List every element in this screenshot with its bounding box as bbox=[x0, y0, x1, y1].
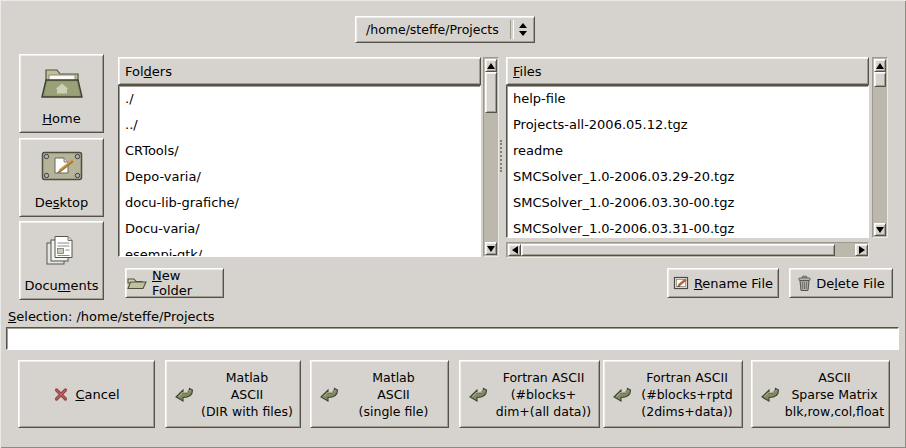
sidebar-item-documents[interactable]: Documents bbox=[19, 221, 104, 300]
file-row[interactable]: SMCSolver_1.0-2006.03.31-00.tgz bbox=[507, 216, 868, 238]
save-ascii-sparse-button[interactable]: ASCII Sparse Matrix blk,row,col,float bbox=[751, 360, 890, 428]
button-line: blk,row,col,float bbox=[785, 403, 884, 420]
files-header-label: Files bbox=[513, 64, 542, 79]
files-column-header[interactable]: Files bbox=[506, 57, 869, 85]
home-folder-icon bbox=[40, 55, 84, 111]
sidebar-item-desktop[interactable]: Desktop bbox=[19, 138, 104, 217]
cancel-button[interactable]: Cancel bbox=[18, 360, 155, 428]
file-row[interactable]: Projects-all-2006.05.12.tgz bbox=[507, 112, 868, 138]
rename-pencil-icon bbox=[673, 275, 690, 291]
file-row[interactable]: SMCSolver_1.0-2006.03.30-00.tgz bbox=[507, 190, 868, 216]
arrow-down-icon bbox=[876, 227, 884, 233]
save-fortran-alldata-button[interactable]: Fortran ASCII (#blocks+ dim+(all data)) bbox=[459, 360, 600, 428]
save-fortran-rptd-button[interactable]: Fortran ASCII (#blocks+rptd (2dims+data)… bbox=[603, 360, 743, 428]
save-arrow-icon bbox=[612, 384, 632, 404]
trash-icon bbox=[797, 275, 812, 292]
button-line: Fortran ASCII bbox=[503, 369, 585, 386]
button-line: ASCII bbox=[377, 386, 410, 403]
scroll-down-button[interactable] bbox=[874, 223, 886, 236]
scroll-left-button[interactable] bbox=[508, 244, 521, 256]
file-row[interactable]: readme bbox=[507, 138, 868, 164]
path-dropdown-value: /home/steffe/Projects bbox=[356, 22, 510, 37]
folder-row[interactable]: Docu-varia/ bbox=[119, 216, 480, 242]
arrow-up-icon bbox=[876, 63, 884, 69]
scroll-up-button[interactable] bbox=[874, 59, 886, 72]
cancel-x-icon bbox=[53, 386, 69, 402]
arrow-down-icon bbox=[487, 246, 495, 252]
sidebar-home-label: Home bbox=[42, 111, 80, 126]
files-list: help-file Projects-all-2006.05.12.tgz re… bbox=[506, 85, 869, 238]
sidebar-documents-label: Documents bbox=[24, 278, 98, 293]
save-matlab-dir-button[interactable]: Matlab ASCII (DIR with files) bbox=[165, 360, 301, 428]
file-row[interactable]: help-file bbox=[507, 86, 868, 112]
arrow-left-icon bbox=[512, 246, 518, 254]
button-line: Fortran ASCII bbox=[646, 369, 728, 386]
scroll-thumb[interactable] bbox=[485, 72, 497, 113]
button-line: (2dims+data)) bbox=[641, 403, 732, 420]
button-line: Matlab bbox=[226, 369, 268, 386]
folder-row[interactable]: esempi-gtk/ bbox=[119, 242, 480, 257]
save-arrow-icon bbox=[319, 384, 339, 404]
button-line: Sparse Matrix bbox=[791, 386, 877, 403]
save-matlab-single-button[interactable]: Matlab ASCII (single file) bbox=[310, 360, 449, 428]
file-row[interactable]: SMCSolver_1.0-2006.03.29-20.tgz bbox=[507, 164, 868, 190]
folders-vscrollbar[interactable] bbox=[483, 57, 499, 257]
new-folder-button[interactable]: New Folder bbox=[125, 268, 224, 298]
save-arrow-icon bbox=[174, 384, 194, 404]
button-line: (DIR with files) bbox=[201, 403, 293, 420]
folder-row[interactable]: Depo-varia/ bbox=[119, 164, 480, 190]
path-history-dropdown[interactable]: /home/steffe/Projects bbox=[355, 16, 535, 43]
folder-row[interactable]: CRTools/ bbox=[119, 138, 480, 164]
scroll-thumb[interactable] bbox=[521, 244, 835, 256]
combo-separator bbox=[510, 20, 514, 39]
documents-stack-icon bbox=[42, 222, 82, 278]
scroll-up-button[interactable] bbox=[485, 59, 497, 72]
desktop-icon bbox=[40, 139, 84, 195]
sidebar-desktop-label: Desktop bbox=[35, 195, 89, 210]
button-line: (single file) bbox=[359, 403, 429, 420]
new-folder-label: New Folder bbox=[152, 268, 223, 298]
button-line: (#blocks+ bbox=[511, 386, 577, 403]
sidebar-item-home[interactable]: Home bbox=[19, 54, 104, 133]
arrow-right-icon bbox=[859, 246, 865, 254]
arrow-up-icon bbox=[487, 63, 495, 69]
file-save-dialog: /home/steffe/Projects Home bbox=[0, 0, 906, 448]
button-line: ASCII bbox=[818, 369, 851, 386]
combo-updown-icon bbox=[519, 23, 527, 36]
scroll-right-button[interactable] bbox=[855, 244, 868, 256]
button-line: Matlab bbox=[372, 369, 414, 386]
rename-file-label: Rename File bbox=[694, 276, 773, 291]
save-arrow-icon bbox=[760, 384, 780, 404]
rename-file-button[interactable]: Rename File bbox=[667, 268, 779, 298]
folders-header-label: Folders bbox=[125, 64, 172, 79]
delete-file-button[interactable]: Delete File bbox=[789, 268, 893, 298]
selection-path: /home/steffe/Projects bbox=[76, 309, 214, 324]
folder-row[interactable]: ../ bbox=[119, 112, 480, 138]
new-folder-icon bbox=[126, 275, 148, 291]
selection-label: Selection: bbox=[8, 309, 72, 324]
button-line: ASCII bbox=[231, 386, 264, 403]
button-line: (#blocks+rptd bbox=[641, 386, 732, 403]
panel-splitter-handle[interactable] bbox=[500, 140, 504, 172]
files-hscrollbar[interactable] bbox=[506, 242, 869, 258]
button-line: dim+(all data)) bbox=[496, 403, 591, 420]
delete-file-label: Delete File bbox=[816, 276, 885, 291]
filename-input[interactable] bbox=[6, 327, 899, 350]
folder-row[interactable]: docu-lib-grafiche/ bbox=[119, 190, 480, 216]
selection-line: Selection: /home/steffe/Projects bbox=[8, 309, 215, 324]
save-arrow-icon bbox=[468, 384, 488, 404]
folders-list: ./ ../ CRTools/ Depo-varia/ docu-lib-gra… bbox=[118, 85, 481, 257]
scroll-down-button[interactable] bbox=[485, 242, 497, 255]
folder-row[interactable]: ./ bbox=[119, 86, 480, 112]
scroll-thumb[interactable] bbox=[874, 72, 886, 87]
cancel-label: Cancel bbox=[75, 387, 119, 402]
folders-column-header[interactable]: Folders bbox=[118, 57, 481, 85]
files-vscrollbar[interactable] bbox=[872, 57, 888, 238]
